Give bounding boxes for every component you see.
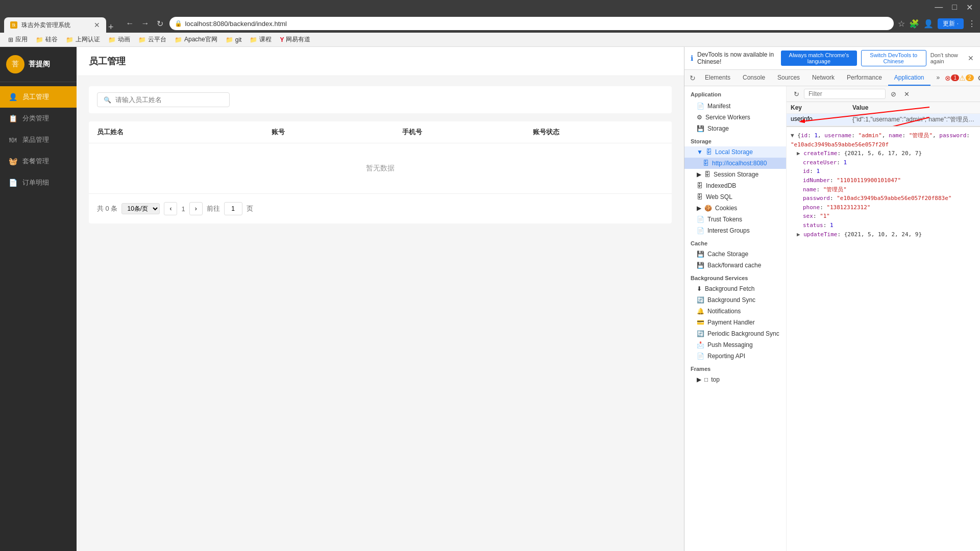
active-tab[interactable]: 珠 珠吉外卖管理系统 ✕ [4, 17, 106, 33]
reload-button[interactable]: ↻ [155, 18, 165, 30]
search-input[interactable] [115, 96, 217, 104]
dt-frames-top-item[interactable]: ▶ □ top [684, 374, 786, 385]
sidebar-item-staff[interactable]: 👤 员工管理 [0, 86, 77, 108]
sidebar-item-category[interactable]: 📋 分类管理 [0, 108, 77, 129]
back-button[interactable]: ← [124, 18, 136, 29]
json-line: idNumber: "11010119900101047" [791, 176, 976, 185]
delete-all-button[interactable]: ✕ [901, 88, 912, 99]
dt-storage-item[interactable]: 💾 Storage [684, 123, 786, 134]
dt-reporting-api-item[interactable]: 📄 Reporting API [684, 350, 786, 362]
dt-service-workers-item[interactable]: ⚙ Service Workers [684, 112, 786, 123]
refresh-button[interactable]: ↻ [791, 88, 802, 99]
new-tab-button[interactable]: + [106, 22, 116, 33]
sidebar-item-orders[interactable]: 📄 订单明细 [0, 172, 77, 193]
bookmark-apache[interactable]: 📁 Apache官网 [172, 34, 220, 45]
table-empty: 暂无数据 [89, 143, 672, 193]
bookmark-auth[interactable]: 📁 上网认证 [63, 34, 103, 45]
tab-close-button[interactable]: ✕ [94, 21, 100, 29]
tab-console[interactable]: Console [737, 70, 771, 86]
sidebar-item-combos[interactable]: 🧺 套餐管理 [0, 151, 77, 172]
dt-backforward-cache-item[interactable]: 💾 Back/forward cache [684, 260, 786, 271]
search-input-wrapper[interactable]: 🔍 [97, 92, 230, 107]
storage-icon: 💾 [697, 125, 704, 132]
window-close-button[interactable]: ✕ [963, 2, 976, 13]
folder-icon: 📁 [36, 36, 43, 43]
dt-manifest-item[interactable]: 📄 Manifest [684, 101, 786, 112]
match-language-button[interactable]: Always match Chrome's language [781, 51, 857, 66]
storage-table-row[interactable]: userinfo {"id":1,"username":"admin","nam… [787, 114, 980, 126]
tab-more[interactable]: » [930, 70, 946, 86]
tab-sources[interactable]: Sources [771, 70, 806, 86]
dt-cookies-item[interactable]: ▶ 🍪 Cookies [684, 203, 786, 214]
update-button[interactable]: 更新 · [938, 18, 964, 29]
window-maximize-button[interactable]: □ [949, 2, 960, 13]
bookmark-git[interactable]: 📁 git [223, 35, 245, 44]
json-line: ▶ createTime: {2021, 5, 6, 17, 20, 7} [791, 149, 976, 158]
cache-section-header: Cache [684, 238, 786, 248]
dt-cache-storage-item[interactable]: 💾 Cache Storage [684, 248, 786, 260]
dt-interest-groups-item[interactable]: 📄 Interest Groups [684, 225, 786, 236]
extensions-button[interactable]: 🧩 [909, 19, 919, 29]
manifest-icon: 📄 [697, 103, 704, 110]
dt-icon-reload[interactable]: ↻ [687, 74, 699, 82]
dont-show-link[interactable]: Don't show again [930, 52, 964, 64]
bookmark-animation[interactable]: 📁 动画 [105, 34, 133, 45]
window-minimize-button[interactable]: — [932, 2, 946, 13]
total-count: 共 0 条 [97, 204, 117, 213]
expand-triangle[interactable]: ▼ [791, 132, 794, 139]
prev-page-button[interactable]: ‹ [164, 202, 177, 215]
tab-application[interactable]: Application [888, 70, 930, 86]
dt-warnings-badge[interactable]: ⚠ 2 [960, 72, 972, 84]
switch-to-chinese-button[interactable]: Switch DevTools to Chinese [861, 50, 926, 66]
bookmark-apps[interactable]: ⊞ 应用 [5, 34, 31, 45]
col-status: 账号状态 [533, 128, 664, 137]
bookmark-cloud[interactable]: 📁 云平台 [135, 34, 169, 45]
forward-button[interactable]: → [139, 18, 152, 29]
dt-sessionstorage-item[interactable]: ▶ 🗄 Session Storage [684, 169, 786, 180]
dt-localstorage-item[interactable]: ▼ 🗄 Local Storage [684, 146, 786, 158]
bookmark-button[interactable]: ☆ [898, 19, 905, 29]
expand-icon: ▶ [697, 376, 701, 383]
tab-elements[interactable]: Elements [699, 70, 737, 86]
tab-network[interactable]: Network [806, 70, 841, 86]
dt-bg-fetch-item[interactable]: ⬇ Background Fetch [684, 283, 786, 294]
dt-notifications-item[interactable]: 🔔 Notifications [684, 306, 786, 317]
dt-bg-sync-item[interactable]: 🔄 Background Sync [684, 294, 786, 306]
dt-localhost-item[interactable]: 🗄 http://localhost:8080 [684, 158, 786, 169]
dt-periodic-sync-item[interactable]: 🔄 Periodic Background Sync [684, 328, 786, 339]
sidebar-item-dishes[interactable]: 🍽 菜品管理 [0, 129, 77, 151]
serviceworkers-icon: ⚙ [697, 114, 702, 121]
bookmark-course[interactable]: 📁 课程 [247, 34, 275, 45]
settings-button[interactable]: ⚙ [974, 72, 980, 84]
dt-payment-handler-item[interactable]: 💳 Payment Handler [684, 317, 786, 328]
folder-icon: 📁 [226, 36, 233, 43]
profile-button[interactable]: 👤 [923, 19, 934, 29]
next-page-button[interactable]: › [189, 202, 203, 215]
filter-input[interactable] [804, 89, 886, 99]
goto-page-input[interactable] [224, 202, 242, 215]
sidebar: 菩 菩提阁 👤 员工管理 📋 分类管理 🍽 菜品管理 🧺 套餐管理 📄 [0, 47, 77, 551]
tab-favicon: 珠 [10, 21, 17, 29]
clear-filter-button[interactable]: ⊘ [888, 88, 899, 99]
devtools-main: ↻ ⊘ ✕ [787, 86, 980, 551]
bookmark-youdao[interactable]: Y 网易有道 [277, 34, 313, 45]
bookmark-silicon[interactable]: 📁 硅谷 [33, 34, 61, 45]
cookies-icon: 🍪 [704, 205, 712, 212]
tab-performance[interactable]: Performance [841, 70, 888, 86]
expand-icon: ▶ [697, 205, 701, 212]
combos-icon: 🧺 [8, 157, 17, 166]
dt-websql-item[interactable]: 🗄 Web SQL [684, 191, 786, 203]
notification-close-button[interactable]: ✕ [968, 54, 974, 62]
dt-trust-tokens-item[interactable]: 📄 Trust Tokens [684, 214, 786, 225]
expand-triangle[interactable]: ▶ [797, 231, 800, 238]
dt-errors-badge[interactable]: ⊗ 1 [946, 72, 958, 84]
menu-button[interactable]: ⋮ [968, 19, 976, 29]
devtools-sidebar: Application 📄 Manifest ⚙ Service Workers… [684, 86, 787, 551]
expand-triangle[interactable]: ▶ [797, 150, 800, 157]
json-line: ▶ updateTime: {2021, 5, 10, 2, 24, 9} [791, 230, 976, 239]
dt-indexeddb-item[interactable]: 🗄 IndexedDB [684, 180, 786, 191]
address-bar[interactable]: 🔒 localhost:8080/backend/index.html [169, 17, 894, 30]
per-page-select[interactable]: 10条/页 20条/页 50条/页 [121, 203, 160, 214]
dt-push-messaging-item[interactable]: 📩 Push Messaging [684, 339, 786, 350]
bgsync-icon: 🔄 [697, 296, 704, 304]
